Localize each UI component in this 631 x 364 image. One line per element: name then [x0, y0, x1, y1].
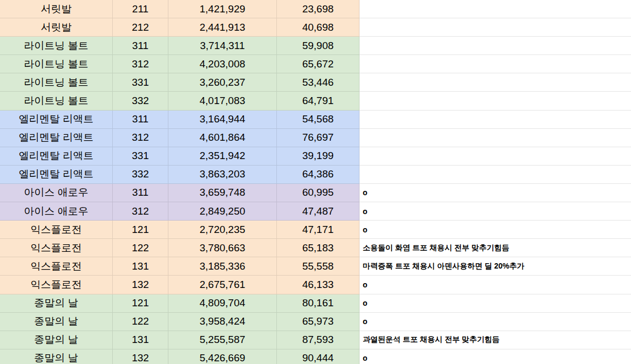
total-value-cell[interactable]: 5,426,669 [168, 349, 277, 364]
total-value-cell[interactable]: 2,675,761 [168, 276, 277, 294]
total-value-cell[interactable]: 3,659,748 [168, 184, 277, 202]
skill-code-cell[interactable]: 211 [113, 0, 168, 18]
skill-name-cell[interactable]: 라이트닝 볼트 [0, 55, 113, 73]
note-cell[interactable]: o [359, 294, 631, 313]
skill-name-cell[interactable]: 아이스 애로우 [0, 184, 113, 202]
skill-code-cell[interactable]: 332 [113, 166, 168, 184]
note-cell[interactable] [359, 73, 631, 92]
skill-name-cell[interactable]: 아이스 애로우 [0, 202, 113, 221]
skill-name-cell[interactable]: 종말의 날 [0, 331, 113, 349]
note-cell[interactable]: o [359, 202, 631, 221]
note-cell[interactable] [359, 92, 631, 110]
skill-name-cell[interactable]: 엘리멘탈 리액트 [0, 147, 113, 166]
skill-name-cell[interactable]: 엘리멘탈 리액트 [0, 166, 113, 184]
sub-value-cell[interactable]: 76,697 [277, 129, 359, 147]
note-cell[interactable] [359, 111, 631, 129]
total-value-cell[interactable]: 4,203,008 [168, 55, 277, 73]
skill-name-cell[interactable]: 서릿발 [0, 18, 113, 37]
note-cell[interactable]: o [359, 313, 631, 331]
note-cell[interactable] [359, 166, 631, 184]
total-value-cell[interactable]: 4,017,083 [168, 92, 277, 110]
note-cell[interactable] [359, 147, 631, 166]
total-value-cell[interactable]: 3,780,663 [168, 239, 277, 257]
skill-code-cell[interactable]: 311 [113, 37, 168, 55]
total-value-cell[interactable]: 3,185,336 [168, 257, 277, 276]
skill-name-cell[interactable]: 라이트닝 볼트 [0, 73, 113, 92]
sub-value-cell[interactable]: 65,973 [277, 313, 359, 331]
skill-name-cell[interactable]: 익스플로전 [0, 239, 113, 257]
skill-code-cell[interactable]: 121 [113, 221, 168, 239]
sub-value-cell[interactable]: 65,672 [277, 55, 359, 73]
skill-code-cell[interactable]: 312 [113, 129, 168, 147]
skill-code-cell[interactable]: 131 [113, 257, 168, 276]
total-value-cell[interactable]: 3,260,237 [168, 73, 277, 92]
skill-code-cell[interactable]: 131 [113, 331, 168, 349]
sub-value-cell[interactable]: 59,908 [277, 37, 359, 55]
skill-code-cell[interactable]: 122 [113, 313, 168, 331]
total-value-cell[interactable]: 4,601,864 [168, 129, 277, 147]
total-value-cell[interactable]: 3,714,311 [168, 37, 277, 55]
total-value-cell[interactable]: 3,164,944 [168, 111, 277, 129]
skill-name-cell[interactable]: 엘리멘탈 리액트 [0, 129, 113, 147]
total-value-cell[interactable]: 2,351,942 [168, 147, 277, 166]
sub-value-cell[interactable]: 47,487 [277, 202, 359, 221]
total-value-cell[interactable]: 3,958,424 [168, 313, 277, 331]
sub-value-cell[interactable]: 53,446 [277, 73, 359, 92]
skill-name-cell[interactable]: 서릿발 [0, 0, 113, 18]
skill-code-cell[interactable]: 312 [113, 55, 168, 73]
note-cell[interactable] [359, 55, 631, 73]
total-value-cell[interactable]: 2,441,913 [168, 18, 277, 37]
skill-name-cell[interactable]: 익스플로전 [0, 221, 113, 239]
total-value-cell[interactable]: 5,255,587 [168, 331, 277, 349]
skill-code-cell[interactable]: 132 [113, 276, 168, 294]
total-value-cell[interactable]: 1,421,929 [168, 0, 277, 18]
skill-code-cell[interactable]: 331 [113, 147, 168, 166]
sub-value-cell[interactable]: 47,171 [277, 221, 359, 239]
sub-value-cell[interactable]: 90,444 [277, 349, 359, 364]
note-cell[interactable] [359, 37, 631, 55]
sub-value-cell[interactable]: 65,183 [277, 239, 359, 257]
note-cell[interactable]: o [359, 221, 631, 239]
total-value-cell[interactable]: 3,863,203 [168, 166, 277, 184]
skill-code-cell[interactable]: 212 [113, 18, 168, 37]
skill-name-cell[interactable]: 종말의 날 [0, 349, 113, 364]
skill-code-cell[interactable]: 331 [113, 73, 168, 92]
total-value-cell[interactable]: 4,809,704 [168, 294, 277, 313]
note-cell[interactable] [359, 0, 631, 18]
skill-code-cell[interactable]: 132 [113, 349, 168, 364]
sub-value-cell[interactable]: 80,161 [277, 294, 359, 313]
skill-name-cell[interactable]: 엘리멘탈 리액트 [0, 111, 113, 129]
sub-value-cell[interactable]: 87,593 [277, 331, 359, 349]
skill-code-cell[interactable]: 311 [113, 111, 168, 129]
note-cell[interactable]: o [359, 349, 631, 364]
skill-name-cell[interactable]: 익스플로전 [0, 257, 113, 276]
sub-value-cell[interactable]: 39,199 [277, 147, 359, 166]
skill-code-cell[interactable]: 122 [113, 239, 168, 257]
note-cell[interactable]: 과열된운석 트포 채용시 전부 맞추기힘듬 [359, 331, 631, 349]
sub-value-cell[interactable]: 23,698 [277, 0, 359, 18]
skill-name-cell[interactable]: 라이트닝 볼트 [0, 92, 113, 110]
sub-value-cell[interactable]: 46,133 [277, 276, 359, 294]
note-cell[interactable]: o [359, 184, 631, 202]
note-cell[interactable] [359, 129, 631, 147]
note-cell[interactable]: 소용돌이 화염 트포 채용시 전부 맞추기힘듬 [359, 239, 631, 257]
sub-value-cell[interactable]: 55,558 [277, 257, 359, 276]
sub-value-cell[interactable]: 60,995 [277, 184, 359, 202]
skill-code-cell[interactable]: 121 [113, 294, 168, 313]
note-cell[interactable]: o [359, 276, 631, 294]
sub-value-cell[interactable]: 40,698 [277, 18, 359, 37]
note-cell[interactable]: 마력증폭 트포 채용시 아덴사용하면 딜 20%추가 [359, 257, 631, 276]
skill-code-cell[interactable]: 311 [113, 184, 168, 202]
sub-value-cell[interactable]: 54,568 [277, 111, 359, 129]
sub-value-cell[interactable]: 64,386 [277, 166, 359, 184]
note-cell[interactable] [359, 18, 631, 37]
skill-name-cell[interactable]: 라이트닝 볼트 [0, 37, 113, 55]
skill-name-cell[interactable]: 종말의 날 [0, 294, 113, 313]
total-value-cell[interactable]: 2,720,235 [168, 221, 277, 239]
skill-name-cell[interactable]: 익스플로전 [0, 276, 113, 294]
sub-value-cell[interactable]: 64,791 [277, 92, 359, 110]
skill-code-cell[interactable]: 332 [113, 92, 168, 110]
skill-name-cell[interactable]: 종말의 날 [0, 313, 113, 331]
skill-code-cell[interactable]: 312 [113, 202, 168, 221]
total-value-cell[interactable]: 2,849,250 [168, 202, 277, 221]
